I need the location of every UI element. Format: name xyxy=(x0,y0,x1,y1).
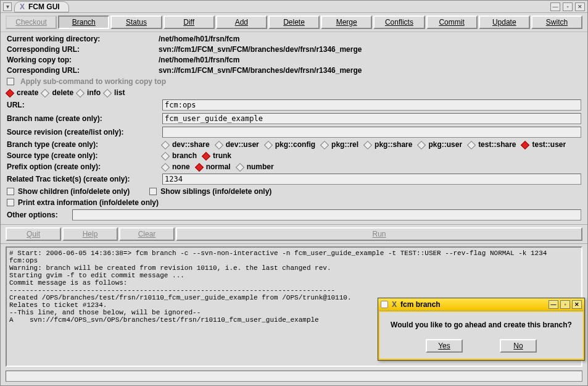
st-trunk[interactable]: trunk xyxy=(203,151,231,160)
pf-normal[interactable]: normal xyxy=(196,162,231,171)
st-branch[interactable]: branch xyxy=(162,151,197,160)
tab-add[interactable]: Add xyxy=(216,15,267,29)
apply-subcommand-row: Apply sub-command to working copy top xyxy=(1,76,587,87)
corr-url1-label: Corresponding URL: xyxy=(7,45,159,54)
dialog-message: Would you like to go ahead and create th… xyxy=(391,321,572,329)
close-button[interactable]: ✕ xyxy=(575,2,585,11)
branch-name-input[interactable] xyxy=(162,113,581,124)
run-button[interactable]: Run xyxy=(176,227,582,241)
cwd-value: /net/home/h01/frsn/fcm xyxy=(159,35,581,43)
bt-dev-user[interactable]: dev::user xyxy=(216,140,259,149)
source-type-group: branch trunk xyxy=(162,151,231,160)
maximize-button[interactable]: ▫ xyxy=(563,2,573,11)
diamond-icon xyxy=(236,163,244,172)
branch-type-row: Branch type (create only): dev::share de… xyxy=(1,139,587,150)
pf-none[interactable]: none xyxy=(162,162,190,171)
diamond-icon xyxy=(417,141,426,149)
dialog-yes-button[interactable]: Yes xyxy=(426,339,463,353)
prefix-label: Prefix option (create only): xyxy=(7,162,159,171)
tab-commit[interactable]: Commit xyxy=(426,15,478,29)
bt-test-share[interactable]: test::share xyxy=(468,140,516,149)
diamond-icon xyxy=(161,163,170,172)
diamond-icon xyxy=(41,89,49,98)
tab-switch[interactable]: Switch xyxy=(531,15,582,29)
cwd-label: Current working directory: xyxy=(7,35,159,43)
tab-status[interactable]: Status xyxy=(110,15,162,29)
window-controls: — ▫ ✕ xyxy=(550,2,585,11)
src-rev-label: Source revision (create/list only): xyxy=(7,128,159,136)
diamond-icon xyxy=(215,141,223,149)
tab-branch[interactable]: Branch xyxy=(58,15,109,29)
show-row: Show children (info/delete only) Show si… xyxy=(1,186,587,197)
src-rev-input[interactable] xyxy=(162,127,581,138)
diamond-icon xyxy=(161,152,170,161)
bt-pkg-rel[interactable]: pkg::rel xyxy=(321,140,358,149)
quit-button[interactable]: Quit xyxy=(6,227,61,241)
minimize-button[interactable]: — xyxy=(550,2,560,11)
bottom-input[interactable] xyxy=(6,371,582,382)
corr-url2-label: Corresponding URL: xyxy=(7,66,159,75)
dialog-close-button[interactable]: ✕ xyxy=(572,300,582,309)
bt-test-user[interactable]: test::user xyxy=(522,140,566,149)
radio-delete[interactable]: delete xyxy=(42,88,73,97)
radio-info[interactable]: info xyxy=(77,88,101,97)
title-tab: X FCM GUI xyxy=(14,1,69,12)
branch-type-label: Branch type (create only): xyxy=(7,140,159,149)
command-bar: Quit Help Clear Run xyxy=(1,224,587,244)
url-input[interactable] xyxy=(162,99,581,111)
diamond-icon xyxy=(161,141,170,149)
branch-name-label: Branch name (create only): xyxy=(7,114,159,123)
bt-pkg-share[interactable]: pkg::share xyxy=(365,140,412,149)
show-children-check[interactable]: Show children (info/delete only) xyxy=(7,187,130,196)
ticket-input[interactable] xyxy=(162,174,581,185)
branch-name-row: Branch name (create only): xyxy=(1,112,587,125)
tab-update[interactable]: Update xyxy=(479,15,530,29)
branch-type-group: dev::share dev::user pkg::config pkg::re… xyxy=(162,140,566,149)
ticket-label: Related Trac ticket(s) (create only): xyxy=(7,175,159,183)
tab-merge[interactable]: Merge xyxy=(321,15,372,29)
tab-checkout[interactable]: Checkout xyxy=(6,15,57,29)
other-options-row: Other options: xyxy=(1,208,587,224)
main-toolbar: Checkout Branch Status Diff Add Delete M… xyxy=(1,13,587,32)
dialog-no-button[interactable]: No xyxy=(500,339,537,353)
bt-dev-share[interactable]: dev::share xyxy=(162,140,210,149)
show-siblings-check[interactable]: Show siblings (info/delete only) xyxy=(149,187,271,196)
diamond-icon xyxy=(363,141,372,149)
dialog-body: Would you like to go ahead and create th… xyxy=(378,311,584,360)
prefix-row: Prefix option (create only): none normal… xyxy=(1,161,587,172)
bt-pkg-config[interactable]: pkg::config xyxy=(265,140,315,149)
titlebar: ▾ X FCM GUI — ▫ ✕ xyxy=(1,1,587,13)
bt-pkg-user[interactable]: pkg::user xyxy=(418,140,462,149)
clear-button[interactable]: Clear xyxy=(119,227,175,241)
radio-create[interactable]: create xyxy=(7,88,38,97)
help-button[interactable]: Help xyxy=(62,227,118,241)
print-extra-check[interactable]: Print extra information (info/delete onl… xyxy=(7,198,159,207)
source-type-row: Source type (create only): branch trunk xyxy=(1,150,587,161)
diamond-icon xyxy=(195,163,204,172)
corr-url2-value: svn://fcm1/FCM_svn/FCM/branches/dev/frsn… xyxy=(159,66,581,75)
checkbox-icon xyxy=(7,199,14,206)
print-extra-row: Print extra information (info/delete onl… xyxy=(1,197,587,208)
checkbox-icon xyxy=(149,188,157,195)
apply-subcommand-checkbox[interactable] xyxy=(7,78,14,85)
prefix-group: none normal number xyxy=(162,162,274,171)
tab-delete[interactable]: Delete xyxy=(268,15,320,29)
window-title: FCM GUI xyxy=(28,2,60,11)
diamond-icon xyxy=(6,89,14,98)
diamond-icon xyxy=(202,152,210,161)
dialog-minimize-button[interactable]: — xyxy=(549,300,558,309)
dialog-menu-button[interactable] xyxy=(381,301,388,308)
tab-diff[interactable]: Diff xyxy=(164,15,215,29)
dialog-titlebar: X fcm branch — ▫ ✕ xyxy=(378,298,584,311)
action-radio-row: create delete info list xyxy=(1,87,587,98)
pf-number[interactable]: number xyxy=(237,162,274,171)
other-options-input[interactable] xyxy=(72,209,581,220)
dialog-title: fcm branch xyxy=(400,300,441,309)
url-label: URL: xyxy=(7,101,159,109)
radio-list[interactable]: list xyxy=(104,88,125,97)
diamond-icon xyxy=(264,141,273,149)
dialog-maximize-button[interactable]: ▫ xyxy=(560,300,570,309)
window-menu-button[interactable]: ▾ xyxy=(3,2,12,11)
tab-conflicts[interactable]: Conflicts xyxy=(373,15,424,29)
diamond-icon xyxy=(467,141,476,149)
